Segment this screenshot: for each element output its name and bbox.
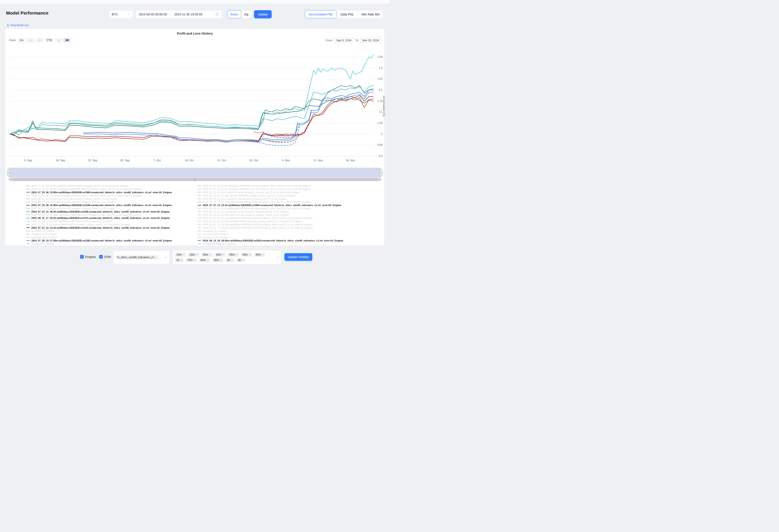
scrollbar-left-arrow[interactable]: ◀ xyxy=(8,178,11,181)
legend-item[interactable]: 2024_05_04_17_09.90m.vp360days.EBASEB.se… xyxy=(198,226,343,229)
legend-item[interactable]: 2024_08_13_18_06.45m.vp360days.EBASEB.se… xyxy=(198,239,343,242)
timeframe-multiselect[interactable]: 15m×20m×25m×30m×35m×40m×45m× 1h×70m×80m×… xyxy=(173,250,282,264)
date-range-picker[interactable]: 2024-09-05 00:00:00 → 2024-11-30 23:59:5… xyxy=(135,10,222,18)
legend-item[interactable]: 2022_07_29_13_53.90m.ep30000.vp360.sonat… xyxy=(26,220,172,223)
legend-item[interactable]: 2024_02_24_02_27.30m.vp1080.BESABE.sonat… xyxy=(198,194,343,197)
remove-tag-icon[interactable]: × xyxy=(220,259,222,261)
legend-item[interactable]: 2022_11_19_20_38.1h.ep30000.vp180.sonata… xyxy=(198,191,343,194)
legend-item[interactable]: 2024_04_30_18_07.45m.vp360days.EBASEB.se… xyxy=(26,213,172,216)
zoom-range-button-ytd[interactable]: YTD xyxy=(45,38,54,43)
remove-tag-icon[interactable]: × xyxy=(236,253,237,256)
chart-scrollbar[interactable]: ◀ ▶ xyxy=(8,178,381,181)
tab-accumulated-pnl[interactable]: Accumulated PNL xyxy=(305,10,337,18)
checkbox-enigma[interactable]: ✓ Enigma xyxy=(80,255,96,259)
legend-marker-icon xyxy=(198,208,201,209)
tab-win-rate-ma[interactable]: Win Rate MA xyxy=(358,10,383,18)
series-line[interactable] xyxy=(10,55,373,134)
remove-tag-icon[interactable]: × xyxy=(249,253,250,256)
legend-item[interactable]: 2024_05_05_15_27.1h.vp360days.EBASEB.se1… xyxy=(198,188,343,191)
legend-item[interactable]: averaged_30m_Enigma xyxy=(26,236,172,239)
remove-tag-icon[interactable]: × xyxy=(207,259,208,261)
checkbox-eon[interactable]: ✓ EON xyxy=(99,255,111,259)
legend-item[interactable]: 2024_07_21_12_23.1h.vp360days.EBASEB.se1… xyxy=(26,226,172,229)
remove-tag-icon[interactable]: × xyxy=(196,253,197,256)
legend-marker-icon xyxy=(26,240,30,241)
legend-item[interactable]: averaged_1h_Enigma xyxy=(198,229,343,232)
update-visibility-button[interactable]: Update Visibility xyxy=(285,253,312,261)
date-range-start[interactable]: 2024-09-05 00:00:00 xyxy=(139,13,167,16)
from-date-input[interactable]: Sep 5, 2024 xyxy=(334,38,354,43)
legend-item[interactable]: 2023_06_07_22_53.45m.vp270.va_BE.sonata.… xyxy=(26,197,172,200)
scrollbar-right-arrow[interactable]: ▶ xyxy=(378,178,381,181)
legend-item[interactable]: 2024_05_04_20_00.15m.vp361days.EBASEB.se… xyxy=(198,216,343,220)
legend-item[interactable]: averagePNL_Enigma xyxy=(26,242,172,245)
legend-item[interactable]: averaged_90m_Enigma xyxy=(26,232,172,236)
legend-item[interactable]: averaged_2h_Enigma xyxy=(26,229,172,232)
legend-item[interactable]: 2022_11_22_14_48.45m.ep30000.vp270.sonat… xyxy=(26,223,172,226)
remove-tag-icon[interactable]: × xyxy=(209,253,211,256)
legend-item[interactable]: 2024_07_22_15_46.2h.vp360days.EBASEB.se1… xyxy=(26,210,172,213)
feature-select[interactable]: fs_ohlcv_size69_indicators_v1 × xyxy=(113,251,170,264)
remove-tag-icon[interactable]: × xyxy=(231,259,233,261)
legend-item[interactable]: 2023_06_06_11_25.1h.vp180.va_BE.sonata.f… xyxy=(198,197,343,200)
legend-item[interactable]: 2024_07_20_06_32.90m.vp360days.EBASEB.se… xyxy=(26,204,172,207)
series-line[interactable] xyxy=(10,95,373,142)
legend-item[interactable]: 2024_05_02_16_18.30m.vp360days.EBASEB.se… xyxy=(198,223,343,226)
top-strip xyxy=(0,0,390,3)
tab-daily-pnl[interactable]: Daily PNL xyxy=(337,10,358,18)
legend-item-label: 2024_04_28_08_21.1h.vp360days.EBASEB.se1… xyxy=(203,185,310,187)
legend-item[interactable]: averaged_15m_Enigma xyxy=(198,236,343,239)
series-line[interactable] xyxy=(10,98,373,134)
remove-tag-icon[interactable]: × xyxy=(181,259,182,261)
scale-option-log[interactable]: log xyxy=(241,10,252,18)
symbol-select[interactable]: BTC xyxy=(109,10,133,18)
legend-item[interactable]: 2024_07_27_13_23.1h.vp360days.EBASEB.se1… xyxy=(198,204,343,207)
scale-option-linear[interactable]: linear xyxy=(227,10,241,18)
legend-item[interactable]: 2024_05_03_07_11.2h.vp360days.EBASEB.se2… xyxy=(198,207,343,210)
legend-item[interactable]: 2023_06_08_20_35.90m.vp270.va_BE.sonata.… xyxy=(198,213,343,216)
zoom-range-button-1m[interactable]: 1m xyxy=(18,38,25,43)
scrollbar-thumb[interactable] xyxy=(11,178,378,181)
remove-tag-icon[interactable]: × xyxy=(183,253,184,256)
symbol-select-value: BTC xyxy=(112,13,118,16)
navigator-left-handle[interactable] xyxy=(7,170,10,176)
series-line[interactable] xyxy=(10,98,373,141)
legend-item[interactable]: 2023_06_10_16_36.2h.vp180.va_BE.sonata.f… xyxy=(26,207,172,210)
checkbox-eon-box[interactable]: ✓ xyxy=(99,255,103,259)
remove-tag-icon[interactable]: × xyxy=(262,253,263,256)
legend-item[interactable]: averagePNLAllModels_Enigma xyxy=(198,242,343,245)
checkbox-enigma-box[interactable]: ✓ xyxy=(80,255,84,259)
series-line[interactable] xyxy=(83,92,373,142)
remove-tag-icon[interactable]: × xyxy=(223,253,224,256)
remove-tag-icon[interactable]: × xyxy=(194,259,195,261)
legend-item-label: 2023_06_07_22_53.45m.vp270.va_BE.sonata.… xyxy=(31,198,117,200)
download-csv-link[interactable]: Download csv xyxy=(6,23,29,27)
legend-item[interactable]: 2024_07_28_19_27.45m.vp360days.EBASEB.se… xyxy=(26,239,172,242)
navigator-right-handle[interactable] xyxy=(380,170,383,176)
legend-item[interactable]: 2022_11_20_22_33.30m.ep30000.vp270.sonat… xyxy=(198,220,343,223)
legend-item[interactable]: 2024_05_02_08_10.45m.vp360days.EBASEB.se… xyxy=(26,194,172,197)
series-line[interactable] xyxy=(83,90,373,141)
date-range-end[interactable]: 2024-11-30 23:59:59 xyxy=(174,13,202,16)
pnl-line-chart[interactable]: 0.90.9511.051.11.151.21.251.31.359. Sep1… xyxy=(5,44,385,165)
legend-item[interactable]: 2023_06_07_13_04.2h.vp270.va_BE.sonata.f… xyxy=(26,200,172,204)
legend-item-label: 2024_05_04_17_09.90m.vp360days.EBASEB.se… xyxy=(203,226,312,229)
legend-item[interactable]: 2024_04_27_08_58.90m.vp360days.EBASEB.se… xyxy=(26,188,172,191)
remove-tag-icon[interactable]: × xyxy=(242,259,244,261)
legend-item-label: averagePNLAllModels_Enigma xyxy=(203,243,236,245)
legend-item-label: 2024_07_29_06_33.90m.vp360days.EBASEB.se… xyxy=(31,191,172,194)
legend-item[interactable]: 2024_04_28_08_21.1h.vp360days.EBASEB.se1… xyxy=(198,184,343,188)
legend-item[interactable]: 2024_05_04_12_44.2h.vp360days.EBASEB.se1… xyxy=(198,200,343,204)
timeframe-tag-label: 40m xyxy=(242,253,248,256)
timeframe-tag-2h: 2h× xyxy=(225,258,234,262)
legend-item[interactable]: 2024_08_11_17_43.2h.vp360days.EBASEB.se1… xyxy=(26,216,172,220)
legend-item[interactable]: 2023_06_12_18_53.15m.vp180.va_BE.sonata.… xyxy=(198,210,343,213)
to-date-input[interactable]: Nov 23, 2024 xyxy=(360,38,381,43)
legend-item[interactable]: 2024_07_29_06_33.90m.vp360days.EBASEB.se… xyxy=(26,191,172,194)
update-button[interactable]: Update xyxy=(254,10,272,18)
legend-item[interactable]: 2022_11_22_13_51.2h.ep30000.vp360.sonata… xyxy=(26,184,172,188)
remove-tag-icon[interactable]: × xyxy=(156,256,157,259)
zoom-range-button-all[interactable]: All xyxy=(63,38,71,43)
legend-item[interactable]: averaged_45m_Enigma xyxy=(198,232,343,236)
chart-navigator[interactable] xyxy=(8,168,381,178)
